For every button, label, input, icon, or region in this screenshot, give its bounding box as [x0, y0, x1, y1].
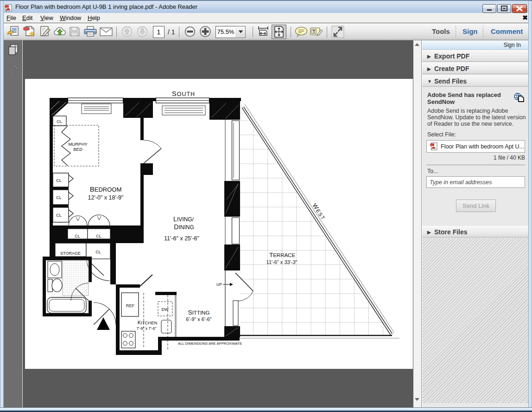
- svg-text:SOUTH: SOUTH: [172, 90, 195, 97]
- svg-text:CL: CL: [96, 234, 101, 238]
- svg-text:T: T: [313, 29, 316, 34]
- svg-text:ALL DIMENSIONS ARE APPROXIMATE: ALL DIMENSIONS ARE APPROXIMATE: [178, 341, 242, 346]
- svg-text:7'-9" x 7'-6": 7'-9" x 7'-6": [137, 326, 157, 331]
- svg-text:STORAGE: STORAGE: [60, 251, 81, 256]
- svg-text:DINING: DINING: [174, 223, 194, 231]
- svg-text:CL: CL: [57, 119, 62, 124]
- svg-text:SITTING: SITTING: [188, 309, 210, 316]
- svg-text:MURPHY: MURPHY: [68, 142, 88, 147]
- svg-text:CL: CL: [56, 178, 62, 183]
- svg-text:LIVING/: LIVING/: [173, 215, 194, 223]
- svg-text:11'-6" x 33'-3": 11'-6" x 33'-3": [266, 259, 298, 265]
- svg-text:CL: CL: [95, 250, 101, 254]
- svg-text:KITCHEN: KITCHEN: [138, 320, 158, 325]
- svg-text:UP: UP: [216, 282, 222, 287]
- svg-text:6'-9" x 6'-6": 6'-9" x 6'-6": [186, 316, 212, 322]
- svg-text:REF: REF: [126, 303, 135, 308]
- svg-text:CL: CL: [56, 195, 62, 200]
- svg-text:BEDROOM: BEDROOM: [90, 185, 122, 193]
- svg-text:12'-0" x 18'-9": 12'-0" x 18'-9": [88, 194, 124, 201]
- svg-text:11'-6" x 25'-6": 11'-6" x 25'-6": [164, 235, 199, 242]
- svg-text:CL: CL: [75, 234, 80, 238]
- svg-text:BED: BED: [73, 147, 82, 152]
- svg-text:CL: CL: [56, 213, 62, 218]
- svg-text:TERRACE: TERRACE: [269, 251, 296, 258]
